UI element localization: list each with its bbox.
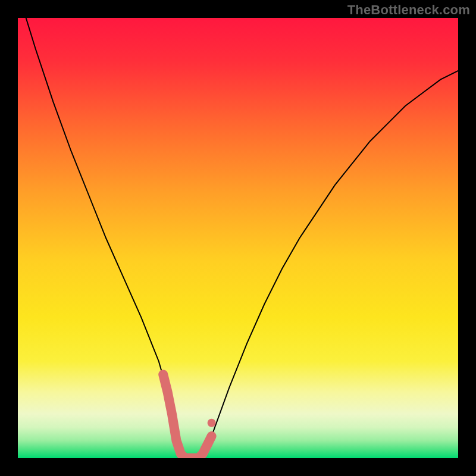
chart-frame: TheBottleneck.com — [0, 0, 476, 476]
highlight-valley — [163, 374, 211, 458]
watermark-text: TheBottleneck.com — [347, 2, 470, 18]
bottleneck-curve — [18, 18, 458, 458]
plot-area — [18, 18, 458, 458]
curve-layer — [18, 18, 458, 458]
highlight-dot — [208, 419, 216, 427]
